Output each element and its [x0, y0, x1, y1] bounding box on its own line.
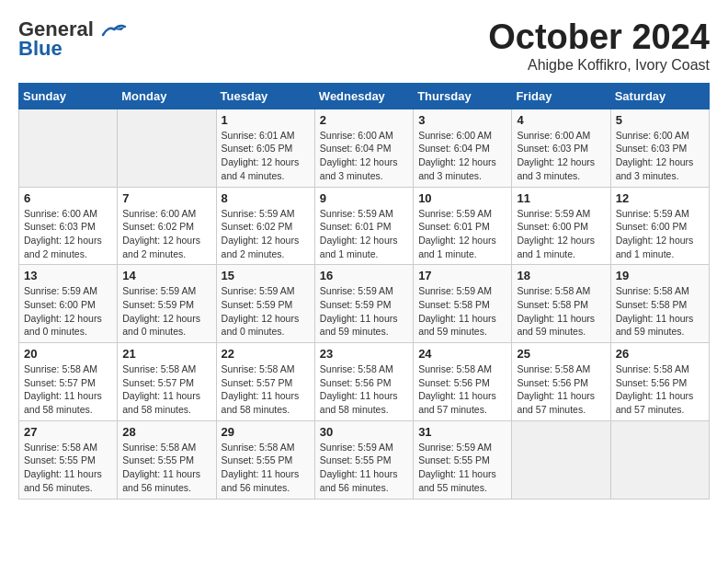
- calendar-cell: 20Sunrise: 5:58 AM Sunset: 5:57 PM Dayli…: [19, 343, 118, 421]
- calendar-cell: 6Sunrise: 6:00 AM Sunset: 6:03 PM Daylig…: [19, 187, 118, 265]
- day-number: 24: [418, 347, 506, 361]
- day-info: Sunrise: 5:59 AM Sunset: 6:01 PM Dayligh…: [418, 207, 506, 261]
- title-area: October 2024 Ahigbe Koffikro, Ivory Coas…: [488, 18, 710, 74]
- calendar-cell: 30Sunrise: 5:59 AM Sunset: 5:55 PM Dayli…: [314, 420, 413, 499]
- day-number: 25: [517, 347, 605, 361]
- weekday-header-tuesday: Tuesday: [216, 83, 314, 109]
- day-info: Sunrise: 6:00 AM Sunset: 6:02 PM Dayligh…: [122, 207, 210, 261]
- calendar-table: SundayMondayTuesdayWednesdayThursdayFrid…: [18, 83, 710, 500]
- calendar-cell: 5Sunrise: 6:00 AM Sunset: 6:03 PM Daylig…: [610, 109, 709, 187]
- day-info: Sunrise: 5:59 AM Sunset: 6:00 PM Dayligh…: [517, 207, 605, 261]
- calendar-cell: 19Sunrise: 5:58 AM Sunset: 5:58 PM Dayli…: [610, 265, 709, 343]
- calendar-cell: 2Sunrise: 6:00 AM Sunset: 6:04 PM Daylig…: [314, 109, 413, 187]
- day-number: 18: [517, 269, 605, 282]
- calendar-cell: 12Sunrise: 5:59 AM Sunset: 6:00 PM Dayli…: [610, 187, 709, 265]
- calendar-cell: [512, 420, 610, 499]
- day-info: Sunrise: 6:01 AM Sunset: 6:05 PM Dayligh…: [222, 129, 310, 183]
- day-info: Sunrise: 5:59 AM Sunset: 6:02 PM Dayligh…: [222, 207, 310, 261]
- day-info: Sunrise: 5:59 AM Sunset: 5:55 PM Dayligh…: [418, 441, 506, 495]
- calendar-body: 1Sunrise: 6:01 AM Sunset: 6:05 PM Daylig…: [19, 109, 710, 499]
- day-info: Sunrise: 5:58 AM Sunset: 5:56 PM Dayligh…: [418, 362, 506, 417]
- calendar-cell: 11Sunrise: 5:59 AM Sunset: 6:00 PM Dayli…: [512, 187, 610, 265]
- day-info: Sunrise: 5:58 AM Sunset: 5:58 PM Dayligh…: [616, 284, 704, 339]
- logo-bird-icon: [101, 22, 127, 39]
- day-number: 1: [222, 113, 310, 127]
- weekday-header-row: SundayMondayTuesdayWednesdayThursdayFrid…: [19, 83, 710, 109]
- weekday-header-wednesday: Wednesday: [314, 83, 413, 109]
- calendar-cell: 28Sunrise: 5:58 AM Sunset: 5:55 PM Dayli…: [118, 420, 216, 499]
- calendar-cell: 15Sunrise: 5:59 AM Sunset: 5:59 PM Dayli…: [216, 265, 314, 343]
- calendar-cell: 22Sunrise: 5:58 AM Sunset: 5:57 PM Dayli…: [216, 343, 314, 421]
- day-info: Sunrise: 5:58 AM Sunset: 5:55 PM Dayligh…: [24, 441, 112, 495]
- day-info: Sunrise: 5:58 AM Sunset: 5:57 PM Dayligh…: [122, 362, 210, 417]
- day-info: Sunrise: 5:58 AM Sunset: 5:55 PM Dayligh…: [122, 441, 210, 495]
- day-number: 12: [616, 191, 704, 205]
- weekday-header-monday: Monday: [118, 83, 216, 109]
- calendar-week-row: 20Sunrise: 5:58 AM Sunset: 5:57 PM Dayli…: [19, 343, 710, 421]
- day-info: Sunrise: 5:59 AM Sunset: 5:59 PM Dayligh…: [222, 284, 310, 339]
- calendar-cell: 17Sunrise: 5:59 AM Sunset: 5:58 PM Dayli…: [414, 265, 512, 343]
- day-info: Sunrise: 5:59 AM Sunset: 6:01 PM Dayligh…: [320, 207, 408, 261]
- location-title: Ahigbe Koffikro, Ivory Coast: [488, 57, 710, 74]
- calendar-cell: [610, 420, 709, 499]
- day-info: Sunrise: 6:00 AM Sunset: 6:04 PM Dayligh…: [320, 129, 408, 183]
- day-number: 26: [616, 347, 704, 361]
- day-number: 5: [616, 113, 704, 127]
- calendar-cell: 8Sunrise: 5:59 AM Sunset: 6:02 PM Daylig…: [216, 187, 314, 265]
- day-info: Sunrise: 6:00 AM Sunset: 6:04 PM Dayligh…: [418, 129, 506, 183]
- day-number: 4: [517, 113, 605, 127]
- calendar-cell: 3Sunrise: 6:00 AM Sunset: 6:04 PM Daylig…: [414, 109, 512, 187]
- day-number: 31: [418, 425, 506, 439]
- calendar-header: SundayMondayTuesdayWednesdayThursdayFrid…: [19, 83, 710, 109]
- day-info: Sunrise: 6:00 AM Sunset: 6:03 PM Dayligh…: [616, 129, 704, 183]
- day-info: Sunrise: 5:58 AM Sunset: 5:55 PM Dayligh…: [222, 441, 310, 495]
- day-number: 13: [24, 269, 112, 282]
- calendar-cell: 23Sunrise: 5:58 AM Sunset: 5:56 PM Dayli…: [314, 343, 413, 421]
- calendar-cell: 18Sunrise: 5:58 AM Sunset: 5:58 PM Dayli…: [512, 265, 610, 343]
- weekday-header-saturday: Saturday: [610, 83, 709, 109]
- calendar-cell: 29Sunrise: 5:58 AM Sunset: 5:55 PM Dayli…: [216, 420, 314, 499]
- day-info: Sunrise: 5:58 AM Sunset: 5:56 PM Dayligh…: [320, 362, 408, 417]
- day-number: 14: [122, 269, 210, 282]
- day-number: 30: [320, 425, 408, 439]
- day-number: 28: [122, 425, 210, 439]
- day-info: Sunrise: 6:00 AM Sunset: 6:03 PM Dayligh…: [517, 129, 605, 183]
- calendar-cell: 16Sunrise: 5:59 AM Sunset: 5:59 PM Dayli…: [314, 265, 413, 343]
- weekday-header-thursday: Thursday: [414, 83, 512, 109]
- calendar-cell: 1Sunrise: 6:01 AM Sunset: 6:05 PM Daylig…: [216, 109, 314, 187]
- day-info: Sunrise: 6:00 AM Sunset: 6:03 PM Dayligh…: [24, 207, 112, 261]
- calendar-cell: 24Sunrise: 5:58 AM Sunset: 5:56 PM Dayli…: [414, 343, 512, 421]
- day-number: 15: [222, 269, 310, 282]
- calendar-cell: 4Sunrise: 6:00 AM Sunset: 6:03 PM Daylig…: [512, 109, 610, 187]
- page-header: General Blue October 2024 Ahigbe Koffikr…: [18, 18, 710, 74]
- calendar-cell: 26Sunrise: 5:58 AM Sunset: 5:56 PM Dayli…: [610, 343, 709, 421]
- day-info: Sunrise: 5:59 AM Sunset: 6:00 PM Dayligh…: [24, 284, 112, 339]
- day-info: Sunrise: 5:58 AM Sunset: 5:56 PM Dayligh…: [616, 362, 704, 417]
- calendar-cell: 25Sunrise: 5:58 AM Sunset: 5:56 PM Dayli…: [512, 343, 610, 421]
- day-number: 29: [222, 425, 310, 439]
- calendar-cell: [118, 109, 216, 187]
- calendar-cell: 7Sunrise: 6:00 AM Sunset: 6:02 PM Daylig…: [118, 187, 216, 265]
- day-info: Sunrise: 5:59 AM Sunset: 5:59 PM Dayligh…: [320, 284, 408, 339]
- logo-blue-text: Blue: [18, 37, 63, 61]
- day-info: Sunrise: 5:59 AM Sunset: 5:55 PM Dayligh…: [320, 441, 408, 495]
- calendar-week-row: 13Sunrise: 5:59 AM Sunset: 6:00 PM Dayli…: [19, 265, 710, 343]
- calendar-cell: 21Sunrise: 5:58 AM Sunset: 5:57 PM Dayli…: [118, 343, 216, 421]
- day-info: Sunrise: 5:59 AM Sunset: 5:58 PM Dayligh…: [418, 284, 506, 339]
- day-number: 23: [320, 347, 408, 361]
- day-number: 22: [222, 347, 310, 361]
- day-number: 20: [24, 347, 112, 361]
- calendar-cell: 14Sunrise: 5:59 AM Sunset: 5:59 PM Dayli…: [118, 265, 216, 343]
- calendar-cell: 27Sunrise: 5:58 AM Sunset: 5:55 PM Dayli…: [19, 420, 118, 499]
- day-info: Sunrise: 5:58 AM Sunset: 5:58 PM Dayligh…: [517, 284, 605, 339]
- calendar-cell: [19, 109, 118, 187]
- calendar-week-row: 6Sunrise: 6:00 AM Sunset: 6:03 PM Daylig…: [19, 187, 710, 265]
- day-info: Sunrise: 5:58 AM Sunset: 5:56 PM Dayligh…: [517, 362, 605, 417]
- day-number: 11: [517, 191, 605, 205]
- calendar-cell: 31Sunrise: 5:59 AM Sunset: 5:55 PM Dayli…: [414, 420, 512, 499]
- day-number: 3: [418, 113, 506, 127]
- day-number: 16: [320, 269, 408, 282]
- weekday-header-sunday: Sunday: [19, 83, 118, 109]
- calendar-week-row: 1Sunrise: 6:01 AM Sunset: 6:05 PM Daylig…: [19, 109, 710, 187]
- day-number: 17: [418, 269, 506, 282]
